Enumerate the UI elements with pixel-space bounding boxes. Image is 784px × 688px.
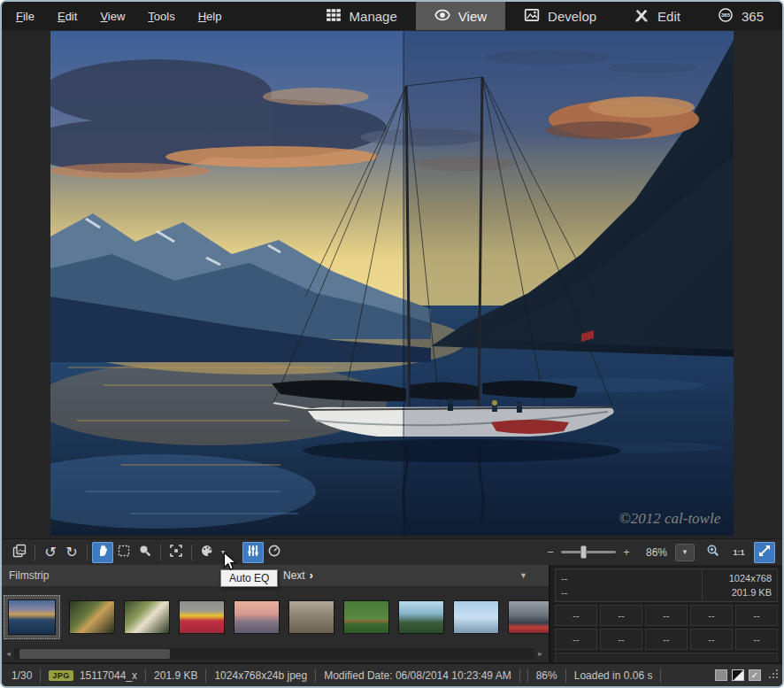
color-adjust-button[interactable] xyxy=(196,542,218,563)
separator xyxy=(87,545,88,560)
fit-window-icon xyxy=(757,544,772,561)
status-load-time: Loaded in 0.06 s xyxy=(566,669,662,683)
viewer-toolbar: ↺ ↻ ▾ − + 86% ▼ xyxy=(2,538,782,565)
triangle-down-icon: ▼ xyxy=(681,548,688,556)
palette-icon xyxy=(200,544,214,561)
info-cell: -- xyxy=(555,629,597,650)
panel-toggle-split-icon[interactable] xyxy=(732,669,744,681)
hand-tool-button[interactable] xyxy=(92,542,113,563)
scrollbar-thumb[interactable] xyxy=(19,649,170,659)
menu-tools[interactable]: Tools xyxy=(148,10,174,23)
undo-button[interactable]: ↺ xyxy=(40,542,61,563)
filmstrip-thumbnail-3[interactable] xyxy=(124,600,170,634)
actual-size-button[interactable]: 1:1 xyxy=(728,542,749,563)
status-size: 201.9 KB xyxy=(146,669,206,683)
loupe-tool-button[interactable] xyxy=(135,542,156,563)
status-zoom: 86% xyxy=(528,669,566,683)
status-position: 1/30 xyxy=(4,669,41,683)
panel-toggle-solid-icon[interactable] xyxy=(715,669,727,681)
zoom-controls: − + 86% ▼ 1:1 xyxy=(544,542,775,563)
filmstrip-thumbnail-6[interactable] xyxy=(288,600,334,634)
zoom-out-button[interactable]: − xyxy=(544,545,557,559)
undo-icon: ↺ xyxy=(44,545,56,560)
status-file: JPG 15117044_x xyxy=(41,669,146,683)
info-cell: -- xyxy=(690,629,733,650)
image-viewer: ©2012 cal-towle xyxy=(2,30,782,538)
filmstrip-thumbnail-7[interactable] xyxy=(343,600,389,634)
redo-button[interactable]: ↻ xyxy=(61,542,82,563)
separator xyxy=(191,545,192,560)
scroll-right-icon[interactable]: ▸ xyxy=(536,649,544,658)
filmstrip-scrollbar[interactable]: ◂ ▸ xyxy=(4,646,544,661)
tab-develop[interactable]: Develop xyxy=(505,2,615,30)
auto-eq-icon xyxy=(246,544,260,561)
marquee-tool-button[interactable] xyxy=(113,542,135,563)
tab-label: 365 xyxy=(742,9,764,24)
info-panel: -- -- 1024x768 201.9 KB -- -- -- -- -- -… xyxy=(550,565,782,662)
copy-to-clipboard-button[interactable] xyxy=(9,542,30,563)
filmstrip-thumbnail-9[interactable] xyxy=(453,600,499,634)
filmstrip-thumbnails xyxy=(2,586,549,645)
filmstrip-thumbnail-2[interactable] xyxy=(69,600,115,634)
filmstrip-thumbnail-8[interactable] xyxy=(398,600,444,634)
tab-label: View xyxy=(458,9,487,24)
separator xyxy=(35,545,35,560)
tab-view[interactable]: View xyxy=(416,2,505,30)
zoom-dropdown-button[interactable]: ▼ xyxy=(675,544,695,561)
zoom-in-button[interactable]: + xyxy=(620,545,633,559)
statusbar: 1/30 JPG 15117044_x 201.9 KB 1024x768x24… xyxy=(2,662,782,686)
fit-to-window-button[interactable] xyxy=(754,542,775,563)
status-empty xyxy=(520,669,528,683)
tab-manage[interactable]: Manage xyxy=(307,2,416,30)
auto-eq-button[interactable] xyxy=(242,542,264,563)
info-cell: -- xyxy=(735,629,778,650)
filmstrip-thumbnail-5[interactable] xyxy=(234,600,280,634)
tab-label: Edit xyxy=(657,9,680,24)
resize-grip[interactable] xyxy=(769,669,779,682)
info-file-size: 201.9 KB xyxy=(708,585,772,599)
menu-edit[interactable]: Edit xyxy=(58,10,77,23)
tab-label: Develop xyxy=(548,9,596,24)
tab-edit[interactable]: Edit xyxy=(615,2,699,30)
menu-view[interactable]: View xyxy=(100,10,125,23)
selected-thumbnail-frame[interactable] xyxy=(4,595,60,639)
quick-fix-button[interactable] xyxy=(264,542,285,563)
photo-icon xyxy=(524,7,540,26)
info-cell: -- xyxy=(600,629,642,650)
info-field: -- xyxy=(561,571,696,585)
zoom-tool-button[interactable] xyxy=(703,542,724,563)
zoom-slider-thumb[interactable] xyxy=(580,545,587,559)
filmstrip-menu-button[interactable]: ▼ xyxy=(519,571,527,580)
fullscreen-button[interactable] xyxy=(165,542,187,563)
scrollbar-track[interactable] xyxy=(14,648,534,660)
crossed-tools-icon xyxy=(634,7,649,26)
quick-fix-icon xyxy=(267,544,281,561)
photo-canvas[interactable]: ©2012 cal-towle xyxy=(50,31,734,536)
filmstrip-thumbnail-10[interactable] xyxy=(508,600,549,634)
info-cell: -- xyxy=(645,605,688,626)
palette-dropdown-caret[interactable]: ▾ xyxy=(218,548,228,556)
badge-365-icon: 365 xyxy=(718,7,734,26)
menu-group: File Edit View Tools Help xyxy=(2,2,221,30)
tab-365[interactable]: 365 365 xyxy=(699,2,782,30)
panel-toggle-check-icon[interactable]: ✓ xyxy=(749,669,761,681)
filmstrip-thumbnail-4[interactable] xyxy=(179,600,225,634)
photo-watermark: ©2012 cal-towle xyxy=(619,510,721,527)
info-dimensions: 1024x768 xyxy=(708,571,772,585)
fit-screen-icon xyxy=(169,544,183,561)
menu-file[interactable]: File xyxy=(16,10,35,23)
info-cell: -- xyxy=(735,605,778,626)
menubar: File Edit View Tools Help Manage View xyxy=(2,2,782,30)
format-badge: JPG xyxy=(49,670,73,681)
zoom-slider[interactable] xyxy=(561,551,616,553)
next-button[interactable]: Next › xyxy=(283,569,313,582)
mode-tabs: Manage View Develop Edit xyxy=(307,2,782,30)
menu-help[interactable]: Help xyxy=(198,10,222,23)
info-cell: -- xyxy=(555,605,597,626)
status-modified: Modified Date: 06/08/2014 10:23:49 AM xyxy=(316,669,519,683)
status-image-info: 1024x768x24b jpeg xyxy=(206,669,316,683)
info-grid-row: -- -- -- -- -- xyxy=(555,605,778,626)
scroll-left-icon[interactable]: ◂ xyxy=(4,649,12,658)
chevron-right-icon: › xyxy=(310,569,313,582)
filmstrip-thumbnail-1[interactable] xyxy=(8,599,56,635)
